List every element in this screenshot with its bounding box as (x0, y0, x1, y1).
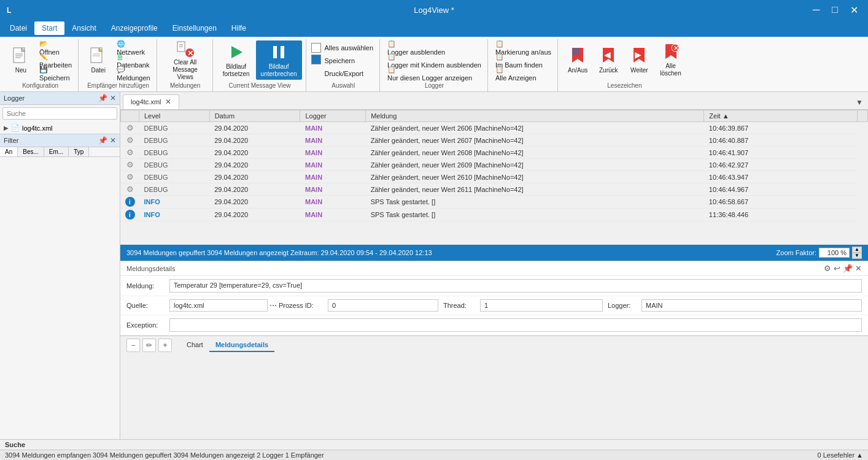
filter-tab-em[interactable]: Em... (44, 147, 69, 156)
menu-start[interactable]: Start (34, 21, 64, 35)
zoom-input[interactable] (819, 248, 850, 258)
ribbon-btn-nur-diesen[interactable]: 📋 Nur diesen Logger anzeigen (385, 67, 484, 80)
ribbon-btn-neu[interactable]: Neu (6, 40, 36, 80)
log-table: Level Datum Logger Meldung Zeit ▲ ⚙DEBUG… (120, 110, 868, 221)
msg-details-refresh-icon[interactable]: ↩ (834, 264, 840, 273)
menu-datei[interactable]: Datei (2, 21, 34, 35)
meldung-value[interactable]: Temperatur 29 [temperature=29, csv=True] (169, 279, 862, 293)
app-status-bar: Suche (0, 439, 868, 450)
tree-item-log4tc[interactable]: ▶ 📄 log4tc.xml (0, 122, 120, 134)
bookmark-delete-icon: ✕ (661, 43, 681, 61)
log-table-scroll[interactable]: Level Datum Logger Meldung Zeit ▲ ⚙DEBUG… (120, 110, 868, 245)
thread-value[interactable] (480, 299, 603, 312)
msg-details: Meldungsdetails ⚙ ↩ 📌 ✕ Meldung: Tempera… (120, 261, 868, 335)
ribbon-btn-bildlauf-unterbrechen[interactable]: Bildlaufunterbrechen (256, 40, 302, 80)
close-panel-icon[interactable]: ✕ (110, 94, 116, 102)
ribbon-label-konfiguration: Konfiguration (6, 81, 74, 91)
ribbon-btn-logger-ausblenden[interactable]: 📋 Logger ausblenden (385, 42, 484, 54)
bookmark-back-icon: ◀ (599, 46, 618, 66)
col-header-logger[interactable]: Logger (300, 110, 366, 122)
ribbon-btn-bearbeiten[interactable]: ✏️ Bearbeiten (37, 55, 74, 67)
tab-dropdown[interactable]: ▼ (851, 96, 868, 109)
menu-einstellungen[interactable]: Einstellungen (165, 21, 224, 35)
filter-tab-an[interactable]: An (0, 147, 18, 156)
ribbon-btn-speichern-auswahl[interactable]: Speichern (322, 55, 376, 67)
close-button[interactable]: ✕ (845, 3, 863, 17)
ribbon-btn-im-baum[interactable]: 📋 Im Baum finden (493, 55, 554, 67)
ribbon-btn-oeffnen[interactable]: 📂 Öffnen (37, 42, 74, 54)
table-row[interactable]: ⚙DEBUG29.04.2020MAINZähler geändert, neu… (121, 171, 868, 183)
ribbon-btn-speichern-cfg[interactable]: 💾 Speichern (37, 67, 74, 80)
ribbon-btn-datenbank[interactable]: 🗄 Datenbank (114, 55, 152, 67)
row-logger: MAIN (300, 209, 366, 221)
checkbox-1[interactable] (311, 43, 321, 53)
minimize-button[interactable]: ─ (808, 3, 824, 17)
table-row[interactable]: ⚙DEBUG29.04.2020MAINZähler geändert, neu… (121, 134, 868, 147)
table-row[interactable]: ⚙DEBUG29.04.2020MAINZähler geändert, neu… (121, 122, 868, 134)
checkbox-2[interactable] (311, 55, 321, 64)
ribbon-btn-clear-all[interactable]: ✕ Clear AllMessage Views (162, 40, 209, 80)
bookmark-next-icon: ▶ (629, 46, 649, 66)
ribbon-btn-weiter[interactable]: ▶ Weiter (624, 40, 654, 80)
col-header-level[interactable]: Level (139, 110, 210, 122)
table-row[interactable]: ⚙DEBUG29.04.2020MAINZähler geändert, neu… (121, 183, 868, 196)
exception-value[interactable] (169, 318, 862, 332)
gear-icon: ⚙ (126, 123, 134, 132)
msg-details-close-icon[interactable]: ✕ (855, 264, 862, 273)
bottom-tab-chart[interactable]: Chart (180, 339, 209, 352)
ribbon-btn-zurueck[interactable]: ◀ Zurück (594, 40, 623, 80)
info-icon: i (125, 197, 135, 207)
ribbon-btn-alles-auswaehlen[interactable]: Alles auswählen (322, 42, 376, 54)
table-row[interactable]: iINFO29.04.2020MAINSPS Task gestartet. [… (121, 196, 868, 209)
msg-details-pin-icon[interactable]: 📌 (843, 264, 853, 273)
filter-close-icon[interactable]: ✕ (110, 136, 116, 145)
alle-anzeigen-icon: 📋 (495, 66, 504, 74)
ribbon-btn-meldungen[interactable]: 💬 Meldungen (114, 67, 152, 80)
quelle-value[interactable] (169, 299, 268, 312)
ribbon-group-auswahl: Alles auswählen Speichern Druck/Export A… (308, 39, 381, 91)
ribbon-btn-lesezeichen-an-aus[interactable]: An/Aus (563, 40, 592, 80)
prozess-value[interactable] (328, 299, 438, 312)
filter-pin-icon[interactable]: 📌 (98, 136, 107, 145)
ribbon-btn-alle-loeschen[interactable]: ✕ Allelöschen (655, 40, 686, 80)
col-header-zeit[interactable]: Zeit ▲ (704, 110, 858, 122)
table-row[interactable]: ⚙DEBUG29.04.2020MAINZähler geändert, neu… (121, 147, 868, 159)
row-level: DEBUG (139, 183, 210, 196)
filter-tab-typ[interactable]: Typ (69, 147, 89, 156)
col-header-datum[interactable]: Datum (209, 110, 300, 122)
nur-diesen-icon: 📋 (387, 66, 396, 74)
ribbon-btn-alle-anzeigen[interactable]: 📋 Alle Anzeigen (493, 67, 554, 80)
ribbon-btn-logger-kinder[interactable]: 📋 Logger mit Kindern ausblenden (385, 55, 484, 67)
menu-ansicht[interactable]: Ansicht (64, 21, 103, 35)
msg-details-settings-icon[interactable]: ⚙ (824, 264, 831, 273)
ribbon-btn-datei[interactable]: Datei (83, 40, 113, 80)
tab-log4tc[interactable]: log4tc.xml ✕ (123, 94, 179, 109)
row-time: 10:46:40.887 (704, 134, 858, 147)
bottom-tab-meldungsdetails[interactable]: Meldungsdetails (209, 339, 274, 352)
ribbon-btn-druck-export[interactable]: Druck/Export (322, 67, 376, 80)
col-header-meldung[interactable]: Meldung (366, 110, 704, 122)
ribbon-btn-netzwerk[interactable]: 🌐 Netzwerk (114, 42, 152, 54)
ribbon-btn-bildlauf-fortsetzen[interactable]: Bildlauffortsetzen (218, 40, 255, 80)
ribbon-btn-markierung-an-aus[interactable]: 📋 Markierung an/aus (493, 42, 554, 54)
pin-icon[interactable]: 📌 (98, 94, 107, 102)
logger-search-input[interactable] (2, 107, 117, 120)
zoom-down-button[interactable]: ▼ (852, 253, 862, 259)
menu-anzeigeprofile[interactable]: Anzeigeprofile (104, 21, 165, 35)
detail-plus-button[interactable]: + (158, 339, 172, 352)
detail-minus-button[interactable]: − (126, 339, 140, 352)
tab-close-log4tc[interactable]: ✕ (165, 98, 171, 106)
filter-tab-bes[interactable]: Bes... (18, 147, 44, 156)
table-row[interactable]: iINFO29.04.2020MAINSPS Task gestartet. [… (121, 209, 868, 221)
ribbon-col-logger: 📋 Logger ausblenden 📋 Logger mit Kindern… (385, 40, 484, 80)
table-row[interactable]: ⚙DEBUG29.04.2020MAINZähler geändert, neu… (121, 159, 868, 171)
menu-hilfe[interactable]: Hilfe (224, 21, 254, 35)
zoom-up-button[interactable]: ▲ (852, 247, 862, 253)
row-icon-cell: i (121, 196, 139, 209)
maximize-button[interactable]: □ (827, 3, 843, 17)
markierung-icon: 📋 (495, 40, 504, 48)
gear-icon: ⚙ (126, 185, 134, 194)
logger-detail-value[interactable] (641, 299, 862, 312)
gear-icon: ⚙ (126, 160, 134, 169)
detail-edit-button[interactable]: ✏ (142, 339, 156, 352)
